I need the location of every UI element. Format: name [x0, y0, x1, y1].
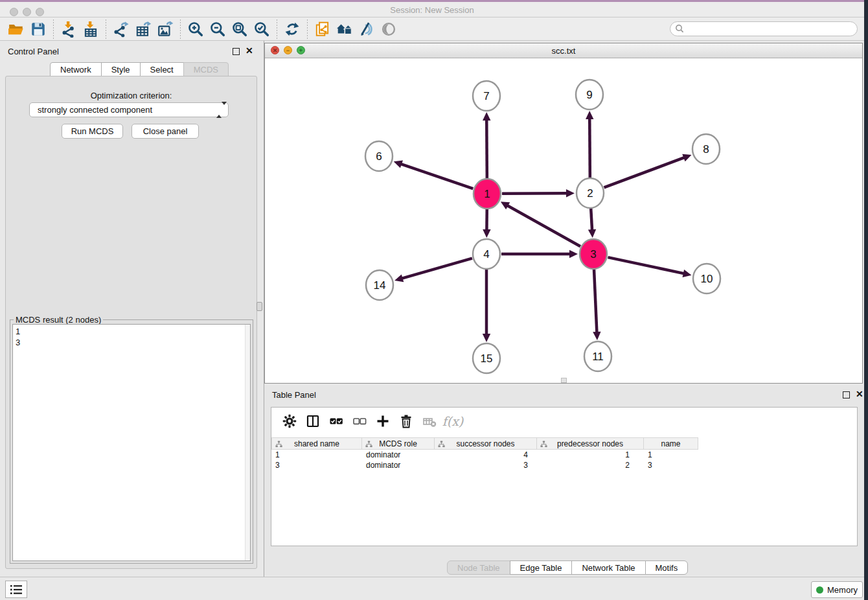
- deselect-all-button[interactable]: [348, 411, 371, 432]
- graph-node-6[interactable]: 6: [365, 141, 393, 171]
- graphics-details-button[interactable]: [378, 19, 400, 39]
- graph-edge-3-10[interactable]: [608, 257, 691, 277]
- search-icon: [675, 24, 684, 33]
- gear-icon: [282, 413, 297, 429]
- graph-edge-1-4[interactable]: [483, 209, 490, 238]
- graph-node-11[interactable]: 11: [584, 341, 611, 371]
- tab-motifs[interactable]: Motifs: [645, 560, 689, 575]
- export-image-button[interactable]: [154, 19, 176, 39]
- network-resize-grip[interactable]: [561, 378, 567, 383]
- run-mcds-button[interactable]: Run MCDS: [62, 124, 123, 139]
- export-table-icon: [135, 21, 152, 38]
- duplicate-network-button[interactable]: [312, 19, 334, 39]
- graph-edge-4-3[interactable]: [501, 250, 578, 258]
- column-header-mcds-role[interactable]: MCDS role: [362, 437, 435, 450]
- cell-shared-name: 3: [271, 460, 362, 470]
- task-history-button[interactable]: [5, 581, 27, 598]
- tab-mcds[interactable]: MCDS: [183, 62, 229, 76]
- zoom-out-button[interactable]: [207, 19, 229, 39]
- import-table-button[interactable]: [80, 19, 102, 39]
- close-table-panel-icon[interactable]: ✕: [856, 391, 863, 398]
- houses-icon: [336, 21, 353, 38]
- toolbar-separator: [106, 19, 106, 39]
- graph-edge-4-15[interactable]: [483, 270, 490, 342]
- graph-node-14[interactable]: 14: [366, 270, 393, 300]
- graph-edge-2-8[interactable]: [604, 154, 692, 188]
- function-builder-button[interactable]: f(x): [441, 411, 464, 432]
- graph-edge-4-14[interactable]: [394, 259, 472, 283]
- graph-node-2[interactable]: 2: [577, 178, 604, 208]
- column-settings-button[interactable]: [278, 411, 301, 432]
- column-header-shared-name[interactable]: shared name: [271, 437, 362, 450]
- graph-edge-3-11[interactable]: [593, 270, 600, 340]
- delete-row-button[interactable]: [394, 411, 418, 432]
- zoom-in-button[interactable]: [185, 19, 207, 39]
- optimization-criterion-dropdown[interactable]: strongly connected component: [29, 102, 229, 117]
- duplicate-network-icon: [314, 21, 331, 38]
- export-table-button[interactable]: [132, 19, 154, 39]
- table-row[interactable]: 1dominator411: [271, 450, 857, 460]
- show-column-panel-button[interactable]: [301, 411, 325, 432]
- splitter-grip[interactable]: [257, 302, 262, 311]
- toolbar-separator: [180, 19, 181, 39]
- graph-node-9[interactable]: 9: [576, 80, 603, 110]
- close-panel-button[interactable]: Close panel: [131, 124, 199, 139]
- tab-edge-table[interactable]: Edge Table: [510, 560, 573, 575]
- status-bar: Memory: [0, 577, 864, 600]
- save-session-button[interactable]: [27, 19, 49, 39]
- graph-edge-2-9[interactable]: [586, 111, 593, 178]
- graph-node-4[interactable]: 4: [473, 239, 500, 269]
- graph-node-8[interactable]: 8: [692, 134, 720, 164]
- column-header-predecessor-nodes[interactable]: predecessor nodes: [537, 437, 644, 450]
- float-panel-icon[interactable]: [233, 48, 240, 55]
- zoom-selected-button[interactable]: [251, 19, 273, 39]
- refresh-icon: [284, 21, 301, 38]
- delete-table-icon: [422, 413, 437, 429]
- tab-select[interactable]: Select: [140, 62, 184, 76]
- column-header-successor-nodes[interactable]: successor nodes: [435, 437, 537, 450]
- float-table-panel-icon[interactable]: [843, 391, 850, 398]
- open-file-button[interactable]: [5, 19, 27, 39]
- fx-icon: f(x): [442, 414, 464, 428]
- tab-network-table[interactable]: Network Table: [571, 560, 645, 575]
- network-window-titlebar[interactable]: ✕ − + scc.txt: [265, 43, 862, 58]
- graph-edge-1-2[interactable]: [502, 189, 575, 197]
- table-row[interactable]: 3dominator323: [271, 460, 857, 470]
- column-header-name[interactable]: name: [644, 437, 698, 450]
- mcds-result-text[interactable]: 13: [12, 324, 251, 561]
- graph-node-10[interactable]: 10: [693, 264, 720, 294]
- control-panel-title: Control Panel: [8, 47, 59, 56]
- add-row-button[interactable]: [371, 411, 394, 432]
- graph-node-3[interactable]: 3: [580, 239, 607, 269]
- tab-style[interactable]: Style: [101, 62, 141, 76]
- zoom-fit-button[interactable]: [229, 19, 251, 39]
- delete-table-button[interactable]: [418, 411, 441, 432]
- tab-network[interactable]: Network: [50, 62, 102, 76]
- graph-node-label: 7: [483, 90, 489, 102]
- apply-layout-button[interactable]: [281, 19, 303, 39]
- close-panel-icon[interactable]: ✕: [246, 47, 253, 54]
- graph-edge-3-1[interactable]: [501, 202, 580, 246]
- import-network-button[interactable]: [58, 19, 80, 39]
- graph-edge-1-6[interactable]: [394, 161, 474, 189]
- graph-node-15[interactable]: 15: [473, 343, 500, 373]
- tab-node-table[interactable]: Node Table: [447, 560, 510, 575]
- export-image-icon: [157, 21, 174, 38]
- label-display-button[interactable]: [356, 19, 378, 39]
- result-scrollbar[interactable]: [245, 325, 250, 560]
- eye-icon: [380, 21, 397, 38]
- zoom-selected-icon: [253, 21, 270, 38]
- graph-edge-1-7[interactable]: [483, 112, 490, 178]
- graph-node-7[interactable]: 7: [473, 81, 500, 111]
- graph-edge-2-3[interactable]: [588, 209, 596, 238]
- network-view-window: ✕ − + scc.txt 7968124314101511: [264, 43, 863, 384]
- select-all-button[interactable]: [325, 411, 348, 432]
- graph-node-label: 10: [701, 273, 713, 285]
- search-input[interactable]: [670, 21, 858, 36]
- export-network-button[interactable]: [110, 19, 132, 39]
- network-canvas[interactable]: 7968124314101511: [265, 58, 862, 383]
- table-header-row: shared nameMCDS rolesuccessor nodesprede…: [271, 437, 857, 450]
- memory-button[interactable]: Memory: [811, 581, 863, 598]
- graph-node-1[interactable]: 1: [474, 179, 501, 209]
- first-neighbors-button[interactable]: [334, 19, 356, 39]
